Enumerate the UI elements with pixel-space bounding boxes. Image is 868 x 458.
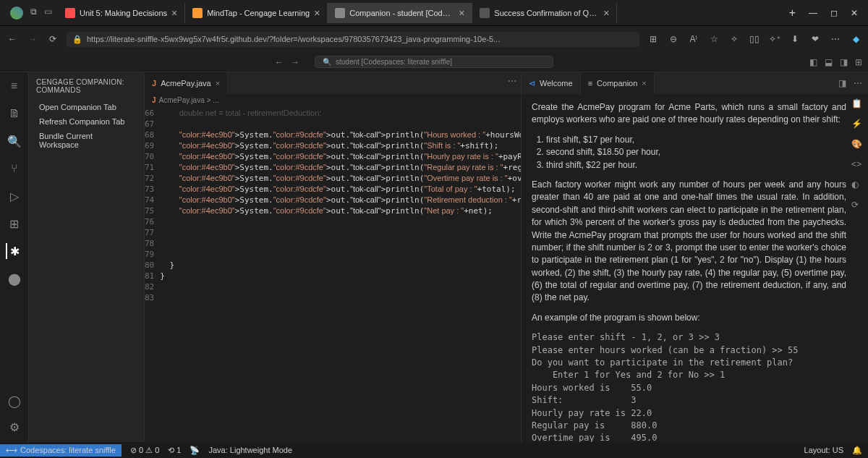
performance-icon[interactable]: ❤ bbox=[809, 34, 822, 44]
activity-bar: ≡ 🗎 🔍 ⑂ ▷ ⊞ ✱ ⬤ ◯ ⚙ bbox=[0, 72, 29, 442]
shift-list: first shift, $17 per hour, second shift,… bbox=[546, 134, 846, 171]
tab-actions-icon[interactable]: ▭ bbox=[44, 7, 52, 20]
pin-icon[interactable]: 📋 bbox=[851, 98, 862, 109]
tab-title: Unit 5: Making Decisions bbox=[80, 9, 167, 17]
favorite-icon[interactable]: ☆ bbox=[707, 34, 720, 44]
ports-status[interactable]: ⟲ 1 bbox=[168, 446, 181, 455]
companion-activity-icon[interactable]: ✱ bbox=[6, 243, 22, 259]
url-text: https://literate-sniffle-x5wx9wg5x7w4fr5… bbox=[87, 35, 500, 43]
java-file-icon: J bbox=[152, 79, 156, 88]
nav-back-icon[interactable]: ← bbox=[275, 57, 284, 67]
list-item: second shift, $18.50 per hour, bbox=[546, 146, 846, 158]
editor-more-icon[interactable]: ⋯ bbox=[508, 76, 516, 86]
close-icon[interactable]: × bbox=[459, 7, 464, 19]
vscode-icon: ⊲ bbox=[529, 79, 535, 88]
zoom-icon[interactable]: ⊖ bbox=[667, 34, 680, 44]
copilot-icon[interactable]: ◆ bbox=[849, 34, 862, 44]
run-debug-icon[interactable]: ▷ bbox=[7, 188, 22, 204]
aux-tab-bar: ⊲ Welcome ≡ Companion × ◨ ⋯ bbox=[522, 72, 868, 94]
editor-tab-bar: J AcmePay.java × ⋯ bbox=[145, 72, 521, 94]
instr-p3: An example of the program is shown below… bbox=[532, 312, 846, 324]
close-tab-icon[interactable]: × bbox=[642, 79, 646, 88]
code-content[interactable]: double net = total - retirementDeduction… bbox=[160, 106, 521, 442]
split-icon[interactable]: ▯▯ bbox=[748, 34, 761, 44]
remote-icon: ⟷ bbox=[6, 446, 17, 455]
problems-status[interactable]: ⊘ 0 ⚠ 0 bbox=[130, 446, 159, 455]
back-icon[interactable]: ← bbox=[6, 34, 19, 44]
layout-status[interactable]: Layout: US bbox=[804, 446, 843, 455]
accounts-icon[interactable]: ◯ bbox=[7, 393, 22, 409]
url-input[interactable]: 🔒 https://literate-sniffle-x5wx9wg5x7w4f… bbox=[67, 32, 639, 47]
notifications-icon[interactable]: 🔔 bbox=[852, 446, 862, 455]
layout-custom-icon[interactable]: ⊞ bbox=[855, 57, 862, 67]
extensions-icon[interactable]: ✧ bbox=[728, 34, 741, 44]
collections-icon[interactable]: ✧⁺ bbox=[768, 34, 781, 44]
tab-title: Success Confirmation of Questio bbox=[494, 9, 599, 17]
command-center-bar: ← → 🔍 student [Codespaces: literate snif… bbox=[0, 52, 868, 72]
moon-icon[interactable]: ◐ bbox=[851, 179, 862, 190]
refresh-panel-icon[interactable]: ⟳ bbox=[851, 200, 862, 210]
browser-tab[interactable]: Companion - student [Codespac× bbox=[328, 3, 472, 23]
layout-left-icon[interactable]: ◧ bbox=[809, 57, 817, 67]
browser-tab[interactable]: Unit 5: Making Decisions× bbox=[58, 3, 185, 23]
explorer-icon[interactable]: 🗎 bbox=[7, 106, 22, 122]
close-icon[interactable]: × bbox=[603, 7, 609, 19]
minimize-icon[interactable]: — bbox=[809, 8, 817, 18]
broadcast-icon[interactable]: 📡 bbox=[190, 446, 200, 455]
sidebar-command-item[interactable]: Open Companion Tab bbox=[29, 100, 144, 114]
zap-icon[interactable]: ⚡ bbox=[851, 119, 862, 129]
sample-output: Please enter shift - 1, 2, or 3 >> 3 Ple… bbox=[532, 331, 846, 442]
tab-companion[interactable]: ≡ Companion × bbox=[581, 72, 655, 94]
instructions-content: Create the AcmePay program for Acme Part… bbox=[522, 94, 868, 442]
close-tab-icon[interactable]: × bbox=[216, 79, 220, 88]
tab-welcome[interactable]: ⊲ Welcome bbox=[522, 72, 581, 94]
panel-more-icon[interactable]: ⋯ bbox=[854, 78, 862, 88]
workspaces-icon[interactable]: ⧉ bbox=[30, 7, 37, 20]
panel-split-icon[interactable]: ◨ bbox=[838, 78, 846, 88]
side-panel-title: CENGAGE COMPANION: COMMANDS bbox=[29, 72, 144, 100]
java-mode-status[interactable]: Java: Lightweight Mode bbox=[208, 446, 292, 454]
layout-bottom-icon[interactable]: ⬓ bbox=[825, 57, 833, 67]
gear-icon[interactable]: ⚙ bbox=[7, 419, 22, 435]
vscode-window: ← → 🔍 student [Codespaces: literate snif… bbox=[0, 52, 868, 458]
sidebar-command-item[interactable]: Bundle Current Workspace bbox=[29, 129, 144, 152]
breadcrumb[interactable]: J AcmePay.java > ... bbox=[145, 94, 521, 106]
palette-icon[interactable]: 🎨 bbox=[851, 139, 862, 149]
status-bar: ⟷ Codespaces: literate sniffle ⊘ 0 ⚠ 0 ⟲… bbox=[0, 442, 868, 458]
read-aloud-icon[interactable]: A⁾ bbox=[687, 34, 700, 44]
code-tag-icon[interactable]: <> bbox=[851, 159, 862, 169]
refresh-icon[interactable]: ⟳ bbox=[46, 34, 59, 44]
more-icon[interactable]: ⋯ bbox=[829, 34, 842, 44]
tab-favicon bbox=[192, 8, 203, 18]
remote-indicator[interactable]: ⟷ Codespaces: literate sniffle bbox=[0, 444, 122, 457]
breadcrumb-label: AcmePay.java > ... bbox=[159, 96, 219, 104]
browser-tab[interactable]: Success Confirmation of Questio× bbox=[472, 3, 617, 23]
layout-right-icon[interactable]: ◨ bbox=[840, 57, 848, 67]
maximize-icon[interactable]: ◻ bbox=[830, 8, 838, 18]
close-icon[interactable]: × bbox=[314, 7, 320, 19]
sidebar-command-item[interactable]: Refresh Companion Tab bbox=[29, 114, 144, 129]
downloads-icon[interactable]: ⬇ bbox=[788, 34, 801, 44]
menu-icon[interactable]: ≡ bbox=[7, 78, 22, 94]
search-activity-icon[interactable]: 🔍 bbox=[7, 133, 22, 149]
extensions-activity-icon[interactable]: ⊞ bbox=[7, 216, 22, 232]
new-tab-button[interactable]: + bbox=[782, 7, 803, 20]
command-center[interactable]: 🔍 student [Codespaces: literate sniffle] bbox=[315, 56, 553, 68]
browser-tab[interactable]: MindTap - Cengage Learning× bbox=[185, 3, 328, 23]
remote-label: Codespaces: literate sniffle bbox=[20, 446, 116, 454]
tab-title: Companion - student [Codespac bbox=[349, 9, 454, 17]
close-window-icon[interactable]: ✕ bbox=[851, 8, 858, 18]
tab-favicon bbox=[480, 8, 490, 18]
list-icon: ≡ bbox=[588, 79, 592, 88]
instr-p2: Each factory worker might work any numbe… bbox=[532, 179, 846, 305]
nav-forward-icon[interactable]: → bbox=[291, 57, 299, 67]
enter-immersive-icon[interactable]: ⊞ bbox=[647, 34, 660, 44]
source-control-icon[interactable]: ⑂ bbox=[7, 161, 22, 177]
aux-panel: ⊲ Welcome ≡ Companion × ◨ ⋯ 📋 ⚡ 🎨 <> ◐ bbox=[521, 72, 868, 442]
command-center-label: student [Codespaces: literate sniffle] bbox=[336, 58, 452, 66]
editor-tab-acmepay[interactable]: J AcmePay.java × bbox=[145, 72, 228, 94]
instr-p1: Create the AcmePay program for Acme Part… bbox=[532, 101, 846, 127]
github-icon[interactable]: ⬤ bbox=[7, 271, 22, 287]
close-icon[interactable]: × bbox=[171, 7, 177, 19]
profile-avatar[interactable] bbox=[10, 7, 23, 20]
